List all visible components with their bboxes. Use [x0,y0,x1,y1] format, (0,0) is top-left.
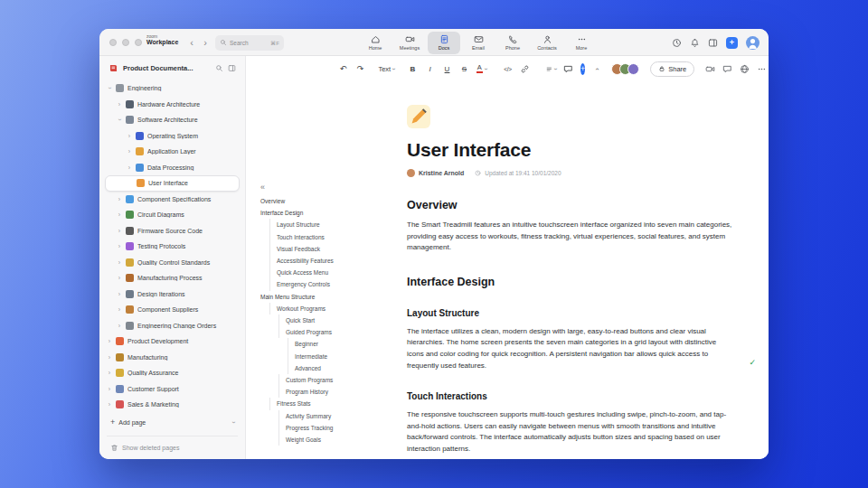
document-emoji-icon[interactable] [407,105,430,128]
chevron-right-icon[interactable]: › [117,243,122,249]
outline-item[interactable]: Quick Access Menu [269,267,398,278]
chevron-down-icon[interactable]: › [232,419,234,426]
outline-item[interactable]: Touch Interactions [269,231,398,243]
panel-icon[interactable] [708,38,718,48]
chevron-right-icon[interactable]: › [117,101,122,108]
text-color-button[interactable]: A› [475,61,488,76]
chevron-right-icon[interactable]: › [107,354,112,361]
strikethrough-button[interactable]: S [458,61,471,76]
sidebar-tree-item[interactable]: ›Circuit Diagrams [105,207,240,223]
chevron-right-icon[interactable]: › [117,275,122,281]
nav-back-icon[interactable]: ‹ [187,29,196,56]
resolved-check-icon[interactable]: ✓ [749,357,756,369]
sidebar-tree-item[interactable]: ›Sales & Marketing [105,397,240,413]
sidebar-tree-item[interactable]: ›Operating System [105,128,240,145]
outline-item[interactable]: Emergency Controls [269,278,398,290]
add-page-button[interactable]: + Add page › [99,415,245,431]
chevron-down-icon[interactable]: › [107,85,112,91]
tab-docs[interactable]: Docs [428,32,460,54]
underline-button[interactable]: U [440,61,454,76]
redo-button[interactable]: ↷ [354,61,367,76]
inline-code-button[interactable]: </> [501,61,514,76]
maximize-window-button[interactable] [135,39,142,46]
tab-home[interactable]: Home [359,32,392,54]
tab-phone[interactable]: Phone [496,32,529,54]
chevron-right-icon[interactable]: › [107,370,112,376]
outline-item[interactable]: Guided Programs [278,326,398,338]
sidebar-tree-item[interactable]: ›Software Architecture [105,112,240,128]
close-window-button[interactable] [109,39,117,46]
chevron-right-icon[interactable]: › [107,401,112,408]
sidebar-tree-item[interactable]: ›Component Specifications [105,192,240,208]
chevron-right-icon[interactable]: › [127,133,132,139]
sidebar-tree-item[interactable]: ›Application Layer [105,144,240,160]
sidebar-tree-item[interactable]: ›Design Iterations [105,286,240,303]
sidebar-tree-item[interactable]: User Interface [105,175,240,192]
chevron-right-icon[interactable]: › [127,148,132,155]
tab-contacts[interactable]: Contacts [531,32,563,54]
sidebar-collapse-icon[interactable] [228,64,236,72]
new-button[interactable]: + [726,37,738,49]
camera-button[interactable] [703,61,717,76]
collapse-toolbar-button[interactable]: › [590,61,604,76]
user-avatar[interactable] [746,36,760,50]
chevron-right-icon[interactable]: › [127,164,132,171]
outline-item[interactable]: Weight Goals [278,434,398,446]
chat-button[interactable] [721,61,734,76]
sidebar-tree-item[interactable]: ›Quality Control Standards [105,255,240,271]
chevron-right-icon[interactable]: › [117,228,122,234]
outline-item[interactable]: Advanced [288,362,398,374]
bell-icon[interactable] [690,38,700,48]
outline-item[interactable]: Interface Design [260,207,398,219]
chevron-down-icon[interactable]: › [117,117,122,123]
chevron-right-icon[interactable]: › [117,306,122,313]
sidebar-tree-item[interactable]: ›Hardware Architecture [105,97,240,113]
outline-item[interactable]: Custom Programs [278,374,398,386]
sidebar-tree-item[interactable]: ›Quality Assurance [105,365,240,381]
outline-item[interactable]: Overview [260,195,398,207]
outline-item[interactable]: Accessibility Features [269,255,398,267]
undo-button[interactable]: ↶ [336,61,350,76]
globe-button[interactable] [738,61,751,76]
outline-item[interactable]: Progress Tracking [278,422,398,434]
chevron-right-icon[interactable]: › [117,196,122,202]
outline-item[interactable]: Beginner [288,338,398,350]
sidebar-tree-item[interactable]: ›Manufacturing Process [105,270,240,286]
sidebar-tree-item[interactable]: ›Component Suppliers [105,302,240,318]
share-button[interactable]: Share [650,61,694,77]
outline-item[interactable]: Intermediate [288,351,398,362]
bold-button[interactable]: B [406,61,420,76]
chevron-right-icon[interactable]: › [117,323,122,329]
more-button[interactable] [755,61,769,76]
tab-meetings[interactable]: Meetings [393,32,426,54]
outline-item[interactable]: Visual Feedback [269,243,398,255]
chevron-right-icon[interactable]: › [117,211,122,218]
outline-item[interactable]: Activity Summary [278,410,398,422]
link-button[interactable] [518,61,532,76]
align-button[interactable]: › [544,61,558,76]
insert-button[interactable]: + [580,63,585,75]
outline-item[interactable]: Program History [278,386,398,398]
sidebar-tree-item[interactable]: ›Manufacturing [105,350,240,366]
sidebar-tree-item[interactable]: ›Testing Protocols [105,239,240,255]
comment-button[interactable] [561,61,575,76]
outline-item[interactable]: Fitness Stats [269,398,398,409]
sidebar-tree-item[interactable]: ›Customer Support [105,381,240,398]
chevron-right-icon[interactable]: › [107,338,112,344]
text-style-dropdown[interactable]: Text› [380,61,393,76]
minimize-window-button[interactable] [122,39,129,46]
editor-avatar[interactable] [627,63,639,75]
tab-email[interactable]: Email [462,32,495,54]
collapse-outline-icon[interactable]: « [260,183,398,192]
sidebar-tree-item[interactable]: ›Firmware Source Code [105,223,240,239]
global-search-input[interactable]: Search ⌘F [215,35,284,51]
sidebar-tree-item[interactable]: ›Product Development [105,333,240,350]
italic-button[interactable]: I [423,61,437,76]
sidebar-search-icon[interactable] [215,64,223,72]
outline-item[interactable]: Main Menu Structure [260,291,398,303]
outline-item[interactable]: Workout Programs [269,303,398,314]
outline-item[interactable]: Layout Structure [269,219,398,230]
document-title[interactable]: User Interface [407,139,734,161]
outline-item[interactable]: Quick Start [278,314,398,326]
chevron-right-icon[interactable]: › [107,386,112,392]
